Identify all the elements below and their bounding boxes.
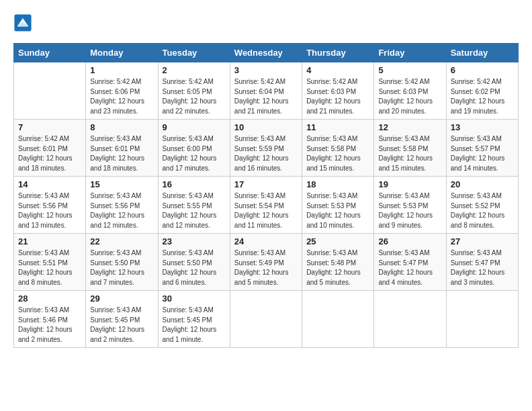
calendar-cell [374,291,446,348]
calendar-week-row: 14Sunrise: 5:43 AM Sunset: 5:56 PM Dayli… [14,177,519,234]
weekday-header: Wednesday [230,44,302,62]
day-info: Sunrise: 5:43 AM Sunset: 5:45 PM Dayligh… [90,306,153,345]
day-number: 18 [306,179,369,189]
day-info: Sunrise: 5:43 AM Sunset: 5:57 PM Dayligh… [451,134,514,173]
calendar-cell: 4Sunrise: 5:42 AM Sunset: 6:03 PM Daylig… [302,62,374,120]
day-number: 3 [234,65,298,75]
weekday-header: Saturday [446,44,518,62]
calendar-week-row: 21Sunrise: 5:43 AM Sunset: 5:51 PM Dayli… [14,234,519,291]
day-info: Sunrise: 5:43 AM Sunset: 5:47 PM Dayligh… [451,248,514,287]
calendar-header: SundayMondayTuesdayWednesdayThursdayFrid… [14,44,519,62]
calendar-cell: 11Sunrise: 5:43 AM Sunset: 5:58 PM Dayli… [302,120,374,177]
day-info: Sunrise: 5:43 AM Sunset: 5:53 PM Dayligh… [378,191,441,230]
day-info: Sunrise: 5:43 AM Sunset: 5:59 PM Dayligh… [234,134,298,173]
day-number: 25 [306,236,369,246]
day-number: 28 [18,293,81,304]
day-number: 9 [163,122,226,132]
day-number: 23 [163,236,226,246]
calendar-cell: 10Sunrise: 5:43 AM Sunset: 5:59 PM Dayli… [230,120,302,177]
calendar-cell: 27Sunrise: 5:43 AM Sunset: 5:47 PM Dayli… [446,234,518,291]
day-number: 14 [18,179,81,189]
calendar-cell: 14Sunrise: 5:43 AM Sunset: 5:56 PM Dayli… [14,177,86,234]
day-number: 7 [18,122,81,132]
day-info: Sunrise: 5:43 AM Sunset: 6:00 PM Dayligh… [163,134,226,173]
calendar-cell: 12Sunrise: 5:43 AM Sunset: 5:58 PM Dayli… [374,120,446,177]
day-number: 6 [451,65,514,75]
day-info: Sunrise: 5:43 AM Sunset: 5:52 PM Dayligh… [451,191,514,230]
day-info: Sunrise: 5:43 AM Sunset: 5:58 PM Dayligh… [378,134,441,173]
calendar-cell: 3Sunrise: 5:42 AM Sunset: 6:04 PM Daylig… [230,62,302,120]
day-info: Sunrise: 5:43 AM Sunset: 5:50 PM Dayligh… [90,248,153,287]
calendar-cell: 26Sunrise: 5:43 AM Sunset: 5:47 PM Dayli… [374,234,446,291]
calendar-cell: 13Sunrise: 5:43 AM Sunset: 5:57 PM Dayli… [446,120,518,177]
day-number: 26 [378,236,441,246]
day-info: Sunrise: 5:43 AM Sunset: 5:55 PM Dayligh… [163,191,226,230]
day-info: Sunrise: 5:43 AM Sunset: 5:47 PM Dayligh… [378,248,441,287]
day-number: 24 [234,236,298,246]
day-number: 16 [163,179,226,189]
calendar-body: 1Sunrise: 5:42 AM Sunset: 6:06 PM Daylig… [14,62,519,348]
calendar-cell: 21Sunrise: 5:43 AM Sunset: 5:51 PM Dayli… [14,234,86,291]
calendar-cell: 18Sunrise: 5:43 AM Sunset: 5:53 PM Dayli… [302,177,374,234]
day-number: 1 [90,65,153,75]
day-info: Sunrise: 5:42 AM Sunset: 6:04 PM Dayligh… [234,77,298,116]
day-info: Sunrise: 5:42 AM Sunset: 6:03 PM Dayligh… [306,77,369,116]
calendar-cell: 7Sunrise: 5:42 AM Sunset: 6:01 PM Daylig… [14,120,86,177]
calendar-cell: 19Sunrise: 5:43 AM Sunset: 5:53 PM Dayli… [374,177,446,234]
day-info: Sunrise: 5:43 AM Sunset: 6:01 PM Dayligh… [90,134,153,173]
calendar-cell: 22Sunrise: 5:43 AM Sunset: 5:50 PM Dayli… [86,234,158,291]
logo [13,13,35,32]
day-number: 8 [90,122,153,132]
calendar-cell [230,291,302,348]
day-number: 19 [378,179,441,189]
day-info: Sunrise: 5:43 AM Sunset: 5:56 PM Dayligh… [18,191,81,230]
day-number: 13 [451,122,514,132]
weekday-header: Monday [86,44,158,62]
calendar-cell: 25Sunrise: 5:43 AM Sunset: 5:48 PM Dayli… [302,234,374,291]
day-info: Sunrise: 5:43 AM Sunset: 5:49 PM Dayligh… [234,248,298,287]
calendar-cell: 17Sunrise: 5:43 AM Sunset: 5:54 PM Dayli… [230,177,302,234]
calendar-cell: 2Sunrise: 5:42 AM Sunset: 6:05 PM Daylig… [158,62,230,120]
calendar-cell [302,291,374,348]
day-number: 29 [90,293,153,304]
calendar-cell: 20Sunrise: 5:43 AM Sunset: 5:52 PM Dayli… [446,177,518,234]
weekday-header: Friday [374,44,446,62]
calendar-cell: 29Sunrise: 5:43 AM Sunset: 5:45 PM Dayli… [86,291,158,348]
day-number: 21 [18,236,81,246]
day-info: Sunrise: 5:43 AM Sunset: 5:50 PM Dayligh… [163,248,226,287]
day-info: Sunrise: 5:42 AM Sunset: 6:01 PM Dayligh… [18,134,81,173]
day-number: 30 [163,293,226,304]
calendar-cell: 1Sunrise: 5:42 AM Sunset: 6:06 PM Daylig… [86,62,158,120]
calendar-week-row: 7Sunrise: 5:42 AM Sunset: 6:01 PM Daylig… [14,120,519,177]
day-number: 22 [90,236,153,246]
day-number: 20 [451,179,514,189]
day-number: 11 [306,122,369,132]
day-info: Sunrise: 5:42 AM Sunset: 6:03 PM Dayligh… [378,77,441,116]
calendar-cell [446,291,518,348]
day-number: 4 [306,65,369,75]
day-info: Sunrise: 5:43 AM Sunset: 5:46 PM Dayligh… [18,306,81,345]
calendar-table: SundayMondayTuesdayWednesdayThursdayFrid… [13,43,519,348]
logo-icon [13,13,32,32]
day-info: Sunrise: 5:43 AM Sunset: 5:54 PM Dayligh… [234,191,298,230]
calendar-cell: 8Sunrise: 5:43 AM Sunset: 6:01 PM Daylig… [86,120,158,177]
calendar-cell [14,62,86,120]
calendar-cell: 9Sunrise: 5:43 AM Sunset: 6:00 PM Daylig… [158,120,230,177]
day-info: Sunrise: 5:43 AM Sunset: 5:48 PM Dayligh… [306,248,369,287]
calendar-cell: 15Sunrise: 5:43 AM Sunset: 5:56 PM Dayli… [86,177,158,234]
weekday-header: Tuesday [158,44,230,62]
weekday-header: Sunday [14,44,86,62]
day-number: 27 [451,236,514,246]
weekday-header: Thursday [302,44,374,62]
day-info: Sunrise: 5:42 AM Sunset: 6:06 PM Dayligh… [90,77,153,116]
day-info: Sunrise: 5:43 AM Sunset: 5:45 PM Dayligh… [163,306,226,345]
calendar-week-row: 1Sunrise: 5:42 AM Sunset: 6:06 PM Daylig… [14,62,519,120]
day-info: Sunrise: 5:43 AM Sunset: 5:51 PM Dayligh… [18,248,81,287]
day-info: Sunrise: 5:43 AM Sunset: 5:56 PM Dayligh… [90,191,153,230]
calendar-cell: 5Sunrise: 5:42 AM Sunset: 6:03 PM Daylig… [374,62,446,120]
day-info: Sunrise: 5:42 AM Sunset: 6:05 PM Dayligh… [163,77,226,116]
day-number: 15 [90,179,153,189]
calendar-cell: 23Sunrise: 5:43 AM Sunset: 5:50 PM Dayli… [158,234,230,291]
calendar-cell: 28Sunrise: 5:43 AM Sunset: 5:46 PM Dayli… [14,291,86,348]
calendar-cell: 16Sunrise: 5:43 AM Sunset: 5:55 PM Dayli… [158,177,230,234]
